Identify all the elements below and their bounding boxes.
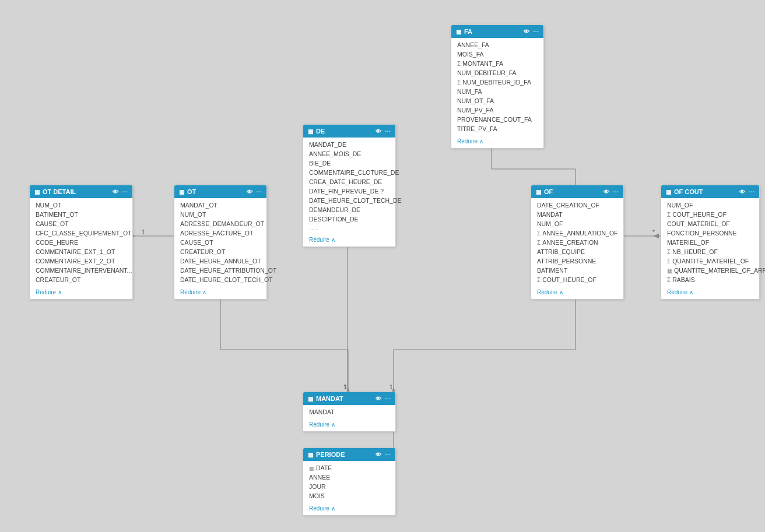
table-ot: ▦ OT 👁 ⋯ MANDAT_OT NUM_OT ADRESSE_DEMAND…: [174, 185, 267, 300]
table-of-footer[interactable]: Réduire ∧: [531, 287, 623, 299]
table-of-cout-icon: ▦: [666, 189, 671, 195]
table-of-cout-footer[interactable]: Réduire ∧: [661, 287, 759, 299]
table-de-fields: MANDAT_DE ANNEE_MOIS_DE BIE_DE COMMENTAI…: [303, 138, 395, 234]
svg-text:1: 1: [344, 384, 348, 390]
periode-more-icon[interactable]: ⋯: [385, 452, 391, 458]
of-more-icon[interactable]: ⋯: [613, 189, 619, 195]
field-fonction-personne: FONCTION_PERSONNE: [661, 228, 759, 238]
periode-eye-icon[interactable]: 👁: [376, 452, 381, 458]
field-code-heure: CODE_HEURE: [30, 238, 132, 247]
table-fa-icon: ▦: [456, 29, 461, 35]
table-of-icon: ▦: [536, 189, 541, 195]
field-cfc-classe: CFC_CLASSE_EQUIPEMENT_OT: [30, 228, 132, 238]
field-mois-periode: MOIS: [303, 491, 395, 501]
table-fa: ▦ FA 👁 ⋯ ANNEE_FA MOIS_FA ΣMONTANT_FA NU…: [451, 24, 544, 149]
ot-more-icon[interactable]: ⋯: [256, 189, 262, 195]
svg-text:1: 1: [343, 384, 347, 390]
field-cout-heure-of: ΣCOUT_HEURE_OF: [531, 275, 623, 284]
table-of-cout-title: OF COUT: [674, 188, 703, 195]
table-mandat-fields: MANDAT: [303, 405, 395, 419]
field-num-fa: NUM_FA: [451, 87, 543, 96]
field-annee-annulation-of: ΣANNEE_ANNULATION_OF: [531, 228, 623, 238]
table-ot-fields: MANDAT_OT NUM_OT ADRESSE_DEMANDEUR_OT AD…: [174, 198, 266, 287]
fa-eye-icon[interactable]: 👁: [524, 29, 529, 35]
table-periode: ▦ PERIODE 👁 ⋯ ▦DATE ANNEE JOUR MOIS Rédu…: [303, 448, 396, 516]
mandat-eye-icon[interactable]: 👁: [376, 396, 381, 402]
svg-marker-28: [653, 234, 659, 238]
table-ot-detail-header: ▦ OT DETAIL 👁 ⋯: [30, 185, 132, 198]
field-commentaire-cloture-de: COMMENTAIRE_CLOTURE_DE: [303, 168, 395, 177]
table-fa-footer[interactable]: Réduire ∧: [451, 136, 543, 148]
field-date-fin-prevue-de: DATE_FIN_PREVUE_DE ?: [303, 186, 395, 196]
table-periode-title: PERIODE: [316, 451, 345, 458]
table-ot-detail-icon: ▦: [34, 189, 40, 195]
field-num-pv-fa: NUM_PV_FA: [451, 105, 543, 115]
of-cout-more-icon[interactable]: ⋯: [749, 189, 755, 195]
table-ot-detail-fields: NUM_OT BATIMENT_OT CAUSE_OT CFC_CLASSE_E…: [30, 198, 132, 287]
table-de-footer[interactable]: Réduire ∧: [303, 234, 395, 246]
field-date-creation-of: DATE_CREATION_OF: [531, 200, 623, 210]
field-mandat-ot: MANDAT_OT: [174, 200, 266, 210]
field-demandeur-de: DEMANDEUR_DE: [303, 205, 395, 214]
field-mandat-of: MANDAT: [531, 210, 623, 219]
de-more-icon[interactable]: ⋯: [385, 128, 391, 135]
field-jour-periode: JOUR: [303, 482, 395, 491]
field-createur-ot: CREATEUR_OT: [174, 247, 266, 256]
of-eye-icon[interactable]: 👁: [603, 189, 609, 195]
table-fa-fields: ANNEE_FA MOIS_FA ΣMONTANT_FA NUM_DEBITEU…: [451, 38, 543, 136]
field-commentaire-ext1: COMMENTAIRE_EXT_1_OT: [30, 247, 132, 256]
table-ot-detail-title: OT DETAIL: [43, 188, 76, 195]
table-periode-footer[interactable]: Réduire ∧: [303, 503, 395, 515]
field-ellipsis-de: ...: [303, 224, 395, 232]
ot-eye-icon[interactable]: 👁: [247, 189, 252, 195]
field-num-ot-fa: NUM_OT_FA: [451, 96, 543, 105]
field-commentaire-ext2: COMMENTAIRE_EXT_2_OT: [30, 256, 132, 266]
ot-detail-eye-icon[interactable]: 👁: [113, 189, 118, 195]
field-num-debiteur-fa: NUM_DEBITEUR_FA: [451, 68, 543, 77]
table-fa-title: FA: [464, 28, 472, 35]
of-cout-eye-icon[interactable]: 👁: [739, 189, 745, 195]
table-of-cout: ▦ OF COUT 👁 ⋯ NUM_OF ΣCOUT_HEURE_OF COUT…: [661, 185, 760, 300]
table-de-title: DE: [316, 128, 325, 135]
field-num-debiteur-id-fa: ΣNUM_DEBITEUR_ID_FA: [451, 77, 543, 87]
field-date-heure-clot-tech-ot: DATE_HEURE_CLOT_TECH_OT: [174, 275, 266, 284]
field-quantite-materiel-of: ΣQUANTITE_MATERIEL_OF: [661, 256, 759, 266]
field-crea-date-heure-de: CREA_DATE_HEURE_DE: [303, 177, 395, 186]
field-attrib-equipe: ATTRIB_EQUIPE: [531, 247, 623, 256]
table-periode-fields: ▦DATE ANNEE JOUR MOIS: [303, 461, 395, 503]
fa-more-icon[interactable]: ⋯: [533, 29, 539, 35]
field-cause-ot-otd: CAUSE_OT: [30, 219, 132, 228]
field-titre-pv-fa: TITRE_PV_FA: [451, 124, 543, 133]
field-attrib-personne: ATTRIB_PERSONNE: [531, 256, 623, 266]
table-de-header: ▦ DE 👁 ⋯: [303, 125, 395, 138]
field-annee-fa: ANNEE_FA: [451, 40, 543, 50]
table-fa-header: ▦ FA 👁 ⋯: [451, 25, 543, 38]
svg-text:1: 1: [142, 229, 145, 235]
field-annee-mois-de: ANNEE_MOIS_DE: [303, 149, 395, 158]
field-bie-de: BIE_DE: [303, 158, 395, 168]
field-num-of-cout: NUM_OF: [661, 200, 759, 210]
field-provenance-cout-fa: PROVENANCE_COUT_FA: [451, 115, 543, 124]
table-of-header: ▦ OF 👁 ⋯: [531, 185, 623, 198]
table-mandat-header: ▦ MANDAT 👁 ⋯: [303, 392, 395, 405]
field-mois-fa: MOIS_FA: [451, 50, 543, 59]
table-ot-footer[interactable]: Réduire ∧: [174, 287, 266, 299]
table-periode-header: ▦ PERIODE 👁 ⋯: [303, 448, 395, 461]
table-ot-title: OT: [187, 188, 196, 195]
field-date-periode: ▦DATE: [303, 463, 395, 473]
svg-text:1: 1: [389, 384, 393, 390]
field-commentaire-intervenant: COMMENTAIRE_INTERVENANT...: [30, 266, 132, 275]
field-quantite-materiel-of-arr: ▦QUANTITE_MATERIEL_OF_ARR...: [661, 266, 759, 275]
field-cout-heure-of-cout: ΣCOUT_HEURE_OF: [661, 210, 759, 219]
table-ot-detail-footer[interactable]: Réduire ∧: [30, 287, 132, 299]
ot-detail-more-icon[interactable]: ⋯: [122, 189, 128, 195]
field-rabais: ΣRABAIS: [661, 275, 759, 284]
field-cout-materiel-of: COUT_MATERIEL_OF: [661, 219, 759, 228]
table-mandat-footer[interactable]: Réduire ∧: [303, 419, 395, 431]
field-mandat-de: MANDAT_DE: [303, 140, 395, 149]
de-eye-icon[interactable]: 👁: [376, 128, 381, 135]
mandat-more-icon[interactable]: ⋯: [385, 396, 391, 402]
table-mandat: ▦ MANDAT 👁 ⋯ MANDAT Réduire ∧: [303, 392, 396, 432]
table-ot-icon: ▦: [179, 189, 184, 195]
table-periode-icon: ▦: [308, 452, 313, 458]
